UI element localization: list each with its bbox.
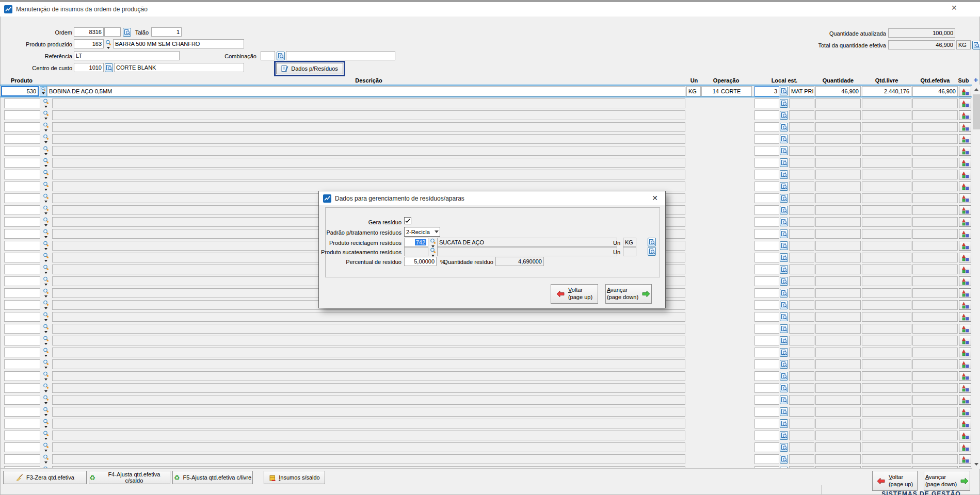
sub-button[interactable]: [959, 395, 971, 405]
local-input[interactable]: [754, 466, 779, 469]
combinacao-field[interactable]: [261, 51, 275, 60]
local-input[interactable]: [754, 324, 779, 334]
sub-button[interactable]: [959, 419, 971, 428]
lookup-icon[interactable]: [42, 454, 50, 465]
sub-button[interactable]: [959, 431, 971, 440]
produto-input[interactable]: [4, 383, 40, 393]
local-input[interactable]: [754, 158, 779, 168]
local-lookup-button[interactable]: [780, 443, 788, 452]
produto-input[interactable]: [4, 229, 40, 239]
close-icon[interactable]: ✕: [652, 194, 658, 202]
local-input[interactable]: [754, 419, 779, 428]
local-input[interactable]: [754, 253, 779, 262]
sub-button[interactable]: [959, 359, 971, 369]
local-lookup-button[interactable]: [780, 324, 788, 333]
local-lookup-button[interactable]: [780, 206, 788, 214]
f4-ajusta-saldo-button[interactable]: ♻ F4-Ajusta qtd.efetiva c/saldo: [89, 471, 170, 484]
local-input[interactable]: [754, 383, 779, 393]
local-input[interactable]: 3: [754, 86, 779, 96]
lookup-icon[interactable]: [42, 98, 50, 109]
percentual-input[interactable]: 5,00000: [404, 257, 437, 266]
local-input[interactable]: [754, 122, 779, 132]
lookup-icon[interactable]: [42, 336, 50, 346]
sub-button[interactable]: [959, 442, 971, 452]
sub-button[interactable]: [959, 312, 971, 322]
local-lookup-button[interactable]: [780, 467, 788, 469]
local-input[interactable]: [754, 395, 779, 405]
lookup-icon[interactable]: [42, 383, 50, 394]
local-lookup-button[interactable]: [780, 455, 788, 464]
sub-button[interactable]: [959, 205, 971, 215]
sub-button[interactable]: [959, 87, 971, 96]
lookup-icon[interactable]: [42, 265, 50, 275]
combinacao-lookup-button[interactable]: [277, 52, 285, 60]
lookup-icon[interactable]: [42, 442, 50, 453]
lookup-icon[interactable]: [42, 110, 50, 121]
produto-input[interactable]: [4, 193, 40, 203]
lookup-icon[interactable]: [42, 288, 50, 299]
voltar-button[interactable]: Voltar(page up): [872, 471, 918, 491]
local-lookup-button[interactable]: [780, 360, 788, 369]
local-lookup-button[interactable]: [780, 277, 788, 286]
produto-input[interactable]: [4, 265, 40, 274]
lookup-icon[interactable]: [42, 371, 50, 382]
local-input[interactable]: [754, 300, 779, 310]
local-lookup-button[interactable]: [780, 99, 788, 108]
local-input[interactable]: [754, 359, 779, 369]
avancar-button[interactable]: Avançar(page down): [924, 471, 970, 491]
produto-input[interactable]: [4, 348, 40, 357]
local-lookup-button[interactable]: [780, 301, 788, 309]
sub-button[interactable]: [959, 288, 971, 298]
produto-input[interactable]: [4, 407, 40, 417]
lookup-icon[interactable]: [42, 276, 50, 287]
lookup-icon[interactable]: [42, 217, 50, 228]
local-input[interactable]: [754, 312, 779, 322]
local-lookup-button[interactable]: [780, 372, 788, 381]
local-input[interactable]: [754, 241, 779, 251]
local-lookup-button[interactable]: [780, 289, 788, 298]
local-lookup-button[interactable]: [780, 146, 788, 155]
sub-button[interactable]: [959, 146, 971, 156]
local-lookup-button[interactable]: [780, 194, 788, 203]
lookup-icon[interactable]: [42, 348, 50, 358]
local-lookup-button[interactable]: [780, 123, 788, 131]
local-input[interactable]: [754, 276, 779, 286]
lookup-icon[interactable]: [42, 122, 50, 133]
local-input[interactable]: [754, 431, 779, 440]
reciclagem-lookup-button[interactable]: [648, 238, 656, 246]
local-lookup-button[interactable]: [780, 431, 788, 440]
insumos-saldo-button[interactable]: Insumos s/saldo: [264, 471, 325, 484]
produto-input[interactable]: [4, 182, 40, 191]
local-input[interactable]: [754, 182, 779, 191]
produto-input[interactable]: [4, 431, 40, 440]
produto-input[interactable]: [4, 288, 40, 298]
sub-button[interactable]: [959, 300, 971, 310]
lookup-icon[interactable]: [42, 229, 50, 240]
produto-input[interactable]: [4, 395, 40, 405]
produto-sucateamento-input[interactable]: [404, 247, 428, 256]
sub-button[interactable]: [959, 182, 971, 191]
local-input[interactable]: [754, 336, 779, 345]
local-input[interactable]: [754, 288, 779, 298]
produto-input[interactable]: [4, 454, 40, 464]
local-lookup-button[interactable]: [780, 419, 788, 428]
sub-button[interactable]: [959, 383, 971, 393]
local-lookup-button[interactable]: [780, 111, 788, 120]
ordem-sub-field[interactable]: [104, 27, 121, 37]
local-lookup-button[interactable]: [780, 348, 788, 357]
local-lookup-button[interactable]: [780, 384, 788, 392]
scroll-up-button[interactable]: [972, 85, 980, 93]
produto-input[interactable]: [4, 371, 40, 381]
lookup-icon[interactable]: [40, 86, 47, 96]
sub-button[interactable]: [959, 348, 971, 357]
sub-button[interactable]: [959, 134, 971, 144]
sub-button[interactable]: [959, 122, 971, 132]
padrao-tratamento-select[interactable]: 2-Recicla: [404, 227, 440, 237]
local-lookup-button[interactable]: [780, 253, 788, 262]
local-input[interactable]: [754, 170, 779, 179]
produto-input[interactable]: [4, 217, 40, 227]
local-input[interactable]: [754, 193, 779, 203]
scrollbar-thumb[interactable]: [973, 94, 980, 129]
sub-button[interactable]: [959, 241, 971, 251]
produto-input[interactable]: [4, 336, 40, 345]
